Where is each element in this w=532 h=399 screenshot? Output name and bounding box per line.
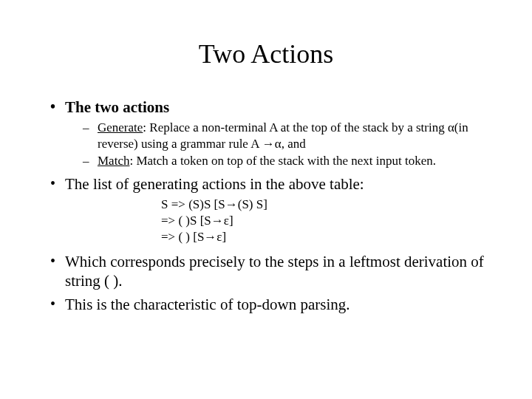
bullet-leftmost: Which corresponds precisely to the steps… [44,252,488,291]
slide: Two Actions The two actions Generate: Re… [0,0,532,399]
derivation-block: S => (S)S [S→(S) S] => ( )S [S→ε] => ( )… [161,197,488,245]
bullet-characteristic: This is the characteristic of top-down p… [44,295,488,314]
derivation-line: => ( ) [S→ε] [161,229,488,245]
sub-label: Match [98,154,129,168]
sub-generate: Generate: Replace a non-terminal A at th… [65,120,488,151]
bullet-list: The two actions Generate: Replace a non-… [44,98,488,314]
bullet-text: The list of generating actions in the ab… [65,175,364,193]
sub-text: : Replace a non-terminal A at the top of… [98,120,468,150]
sub-label: Generate [98,120,143,134]
bullet-text: This is the characteristic of top-down p… [65,296,349,313]
slide-title: Two Actions [44,38,488,69]
derivation-line: S => (S)S [S→(S) S] [161,197,488,213]
derivation-line: => ( )S [S→ε] [161,213,488,229]
sub-text: : Match a token on top of the stack with… [129,154,436,168]
bullet-text: Which corresponds precisely to the steps… [65,253,484,290]
sub-list: Generate: Replace a non-terminal A at th… [65,120,488,168]
sub-match: Match: Match a token on top of the stack… [65,153,488,168]
bullet-two-actions: The two actions Generate: Replace a non-… [44,98,488,168]
bullet-text: The two actions [65,98,169,116]
bullet-list-actions: The list of generating actions in the ab… [44,174,488,246]
